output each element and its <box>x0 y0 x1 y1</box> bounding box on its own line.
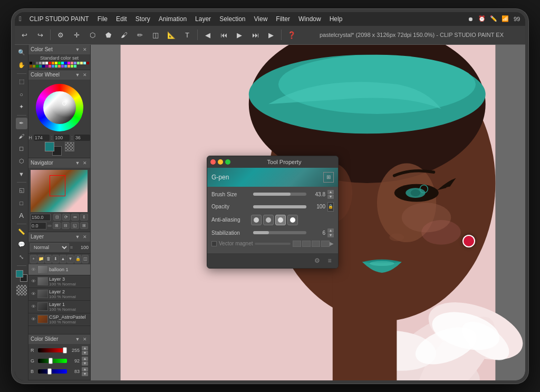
lasso-select-tool[interactable]: ○ <box>16 89 27 100</box>
dialog-close-button[interactable] <box>210 159 216 165</box>
prev-frame-button[interactable]: ⏮ <box>216 27 231 42</box>
brush-size-decrement[interactable]: ▼ <box>327 195 334 199</box>
swatch-amber[interactable] <box>68 65 70 68</box>
red-increment[interactable]: ▲ <box>82 346 88 350</box>
fullscreen-button[interactable]: ⊞ <box>80 222 88 229</box>
swatch-green[interactable] <box>58 62 61 64</box>
layer-menu-icon[interactable]: ▼ <box>74 234 81 240</box>
text-button[interactable]: T <box>180 27 195 42</box>
blend-mode-select[interactable]: Normal Multiply Screen Overlay <box>30 243 69 252</box>
swatch-olive[interactable] <box>33 65 35 68</box>
blue-slider-track[interactable] <box>38 369 67 374</box>
brush-size-increment[interactable]: ▲ <box>327 190 334 194</box>
menu-layer[interactable]: Layer <box>191 14 215 24</box>
layer-item-balloon1[interactable]: 👁 balloon 1 <box>28 264 90 275</box>
color-wheel-header[interactable]: Color Wheel ▼ ✕ <box>28 70 90 80</box>
swatch-blue[interactable] <box>64 62 67 64</box>
swatch-yellow[interactable] <box>55 62 57 64</box>
move-up-button[interactable]: ▲ <box>60 255 66 263</box>
foreground-color-swatch[interactable] <box>16 270 23 278</box>
menu-app-name[interactable]: CLIP STUDIO PAINT <box>26 14 93 24</box>
color-wheel-close-icon[interactable]: ✕ <box>82 72 88 78</box>
layer-eye-csp[interactable]: 👁 <box>30 316 36 322</box>
layer-panel-header[interactable]: Layer ▼ ✕ <box>28 232 90 242</box>
swatch-darkred[interactable] <box>86 62 89 64</box>
select-tool[interactable]: ⬚ <box>16 76 27 88</box>
zoom-slider-track[interactable] <box>47 225 52 227</box>
stabilization-increment[interactable]: ▲ <box>327 228 334 233</box>
swatch-coral[interactable] <box>58 65 61 68</box>
ruler-tool-btn[interactable]: 📏 <box>16 226 27 238</box>
new-layer-button[interactable]: + <box>30 255 37 263</box>
swatch-cyan[interactable] <box>61 62 64 64</box>
aa-option-strong[interactable] <box>287 215 298 225</box>
swatch-violet[interactable] <box>61 65 64 68</box>
transparent-swatch[interactable] <box>65 142 74 151</box>
brush-size-slider[interactable] <box>253 193 306 196</box>
layer-item-3[interactable]: 👁 Layer 3 100 % Normal <box>28 275 90 288</box>
v-value-input[interactable] <box>74 135 90 141</box>
swatch-dodger[interactable] <box>64 65 67 68</box>
vm-option-3[interactable] <box>312 241 320 247</box>
swatch-hotpink[interactable] <box>49 65 51 68</box>
red-decrement[interactable]: ▼ <box>82 351 88 355</box>
color-set-menu-icon[interactable]: ▼ <box>74 46 81 53</box>
color-wheel-menu-icon[interactable]: ▼ <box>74 72 81 78</box>
menu-window[interactable]: Window <box>295 14 325 24</box>
merge-down-button[interactable]: ⬇ <box>52 255 59 263</box>
swatch-navy[interactable] <box>42 65 45 68</box>
green-slider-track[interactable] <box>38 359 67 363</box>
swatch-brown[interactable] <box>30 65 32 68</box>
layer-eye-2[interactable]: 👁 <box>30 291 36 297</box>
swatch-purple[interactable] <box>45 65 48 68</box>
zoom-input[interactable] <box>31 214 51 221</box>
color-slider-header[interactable]: Color Slider ▼ ✕ <box>28 334 90 344</box>
history-back-button[interactable]: ↩ <box>17 27 32 42</box>
layer-item-1[interactable]: 👁 Layer 1 100 % Normal <box>28 301 90 313</box>
next-frame-button[interactable]: ⏭ <box>248 27 263 42</box>
color-wheel-inner[interactable] <box>43 91 76 124</box>
eraser-tool[interactable]: ◻ <box>16 143 27 155</box>
swatch-lavender[interactable] <box>74 62 76 64</box>
shape-tool[interactable]: □ <box>16 197 27 209</box>
menu-filter[interactable]: Filter <box>272 14 294 24</box>
stabilization-slider[interactable] <box>253 231 306 234</box>
opacity-slider[interactable] <box>253 205 306 208</box>
aa-option-none[interactable] <box>251 215 262 225</box>
color-set-panel-header[interactable]: Color Set ▼ ✕ <box>28 45 90 54</box>
color-wheel-indicator[interactable] <box>62 101 66 106</box>
menu-animation[interactable]: Animation <box>155 14 190 24</box>
swatch-silver[interactable] <box>39 62 42 64</box>
transform-button[interactable]: ⬡ <box>85 27 100 42</box>
s-value-input[interactable] <box>54 135 70 141</box>
fg-swatch[interactable] <box>45 142 54 151</box>
navigator-header[interactable]: Navigator ▼ ✕ <box>28 158 90 168</box>
vector-magnet-checkbox[interactable] <box>211 241 217 246</box>
flip-v-button[interactable]: ⇕ <box>80 214 88 221</box>
lock-button[interactable]: 🔒 <box>74 255 81 263</box>
navigator-close-icon[interactable]: ✕ <box>82 160 88 166</box>
grid-button[interactable]: ⊞ <box>53 222 61 229</box>
menu-view[interactable]: View <box>250 14 272 24</box>
pencil-button[interactable]: ✏ <box>132 27 147 42</box>
menu-file[interactable]: File <box>94 14 111 24</box>
vector-magnet-slider[interactable] <box>255 243 291 245</box>
vm-option-2[interactable] <box>302 241 311 247</box>
clipping-button[interactable]: ◫ <box>82 255 89 263</box>
navigator-preview[interactable] <box>31 170 88 212</box>
paint-bucket-button[interactable]: 🖌 <box>117 27 131 42</box>
magic-wand-tool[interactable]: ✦ <box>16 101 27 113</box>
navigator-menu-icon[interactable]: ▼ <box>74 160 81 166</box>
transform-tool[interactable]: ⤡ <box>16 252 27 263</box>
lasso-button[interactable]: ⬟ <box>101 27 115 42</box>
swatch-pink[interactable] <box>71 62 73 64</box>
rotate-reset-button[interactable]: ◱ <box>71 222 79 229</box>
swatch-sky[interactable] <box>83 62 86 64</box>
swatch-white[interactable] <box>45 62 48 64</box>
swatch-red[interactable] <box>49 62 51 64</box>
apple-logo-icon[interactable]:  <box>19 15 22 23</box>
stabilization-decrement[interactable]: ▼ <box>327 233 334 237</box>
brush-tool[interactable]: 🖌 <box>16 130 27 142</box>
layer-eye-3[interactable]: 👁 <box>30 278 36 284</box>
brush-settings-button[interactable]: ⚙ <box>53 27 68 42</box>
